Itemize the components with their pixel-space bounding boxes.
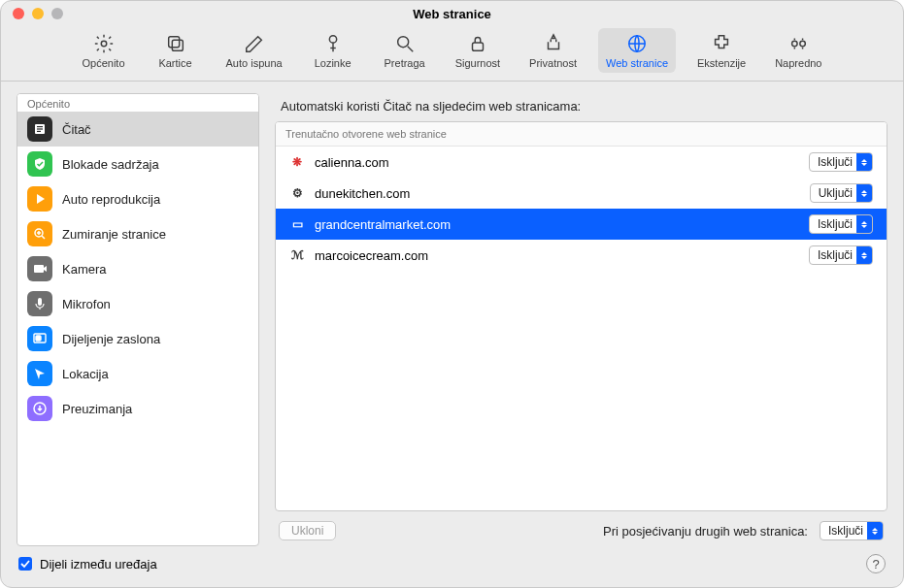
general-icon	[92, 32, 116, 55]
svg-point-0	[101, 41, 107, 47]
passwords-icon	[321, 32, 345, 55]
svg-rect-11	[37, 128, 43, 129]
svg-rect-10	[37, 126, 43, 127]
svg-rect-12	[37, 131, 41, 132]
site-label: dunekitchen.com	[315, 186, 800, 201]
site-value: Isključi	[818, 248, 853, 262]
toolbar-tab-websites[interactable]: Web stranice	[598, 28, 676, 73]
other-sites-popup[interactable]: Isključi	[820, 521, 884, 540]
toolbar-tab-label: Sigurnost	[455, 57, 500, 69]
sidebar-item-8[interactable]: Preuzimanja	[17, 391, 258, 426]
svg-point-7	[792, 41, 798, 47]
toolbar-tab-label: Auto ispuna	[226, 57, 283, 69]
toolbar-tab-label: Općenito	[82, 57, 124, 69]
privacy-icon	[542, 32, 565, 55]
sidebar-item-4[interactable]: Kamera	[17, 251, 258, 286]
preferences-window: Web stranice OpćenitoKarticeAuto ispunaL…	[0, 0, 904, 588]
toolbar-tab-label: Web stranice	[606, 57, 668, 69]
main-panel: Automatski koristi Čitač na sljedećim we…	[275, 93, 887, 546]
websites-icon	[625, 32, 649, 55]
tabs-icon	[164, 32, 187, 55]
preferences-toolbar: OpćenitoKarticeAuto ispunaLozinkePretrag…	[1, 26, 903, 82]
sidebar-heading: Općenito	[17, 94, 258, 112]
other-sites-value: Isključi	[828, 524, 863, 538]
svg-point-8	[800, 41, 806, 47]
svg-point-4	[397, 37, 408, 48]
sidebar-item-icon	[27, 361, 52, 386]
sidebar-item-7[interactable]: Lokacija	[17, 356, 258, 391]
toolbar-tab-search[interactable]: Pretraga	[376, 28, 434, 73]
other-sites-label: Pri posjećivanju drugih web stranica:	[603, 524, 808, 539]
site-value-popup[interactable]: Isključi	[809, 214, 873, 234]
sidebar-item-label: Mikrofon	[62, 297, 111, 311]
sidebar-item-label: Preuzimanja	[62, 402, 132, 416]
chevron-updown-icon	[867, 522, 883, 539]
sidebar-item-3[interactable]: Zumiranje stranice	[17, 216, 258, 251]
chevron-updown-icon	[856, 246, 872, 264]
share-checkbox-label: Dijeli između uređaja	[40, 557, 157, 572]
site-value-popup[interactable]: Isključi	[809, 245, 873, 265]
sidebar-item-label: Lokacija	[62, 367, 109, 381]
remove-button[interactable]: Ukloni	[279, 521, 336, 540]
share-checkbox[interactable]: Dijeli između uređaja	[18, 557, 157, 572]
toolbar-tab-tabs[interactable]: Kartice	[147, 28, 205, 73]
search-icon	[393, 32, 417, 55]
security-icon	[466, 32, 489, 55]
sidebar-item-1[interactable]: Blokade sadržaja	[17, 147, 258, 181]
sidebar: Općenito ČitačBlokade sadržajaAuto repro…	[17, 93, 259, 546]
sites-list: Trenutačno otvorene web stranice ❋ calie…	[275, 121, 887, 511]
svg-point-3	[329, 36, 336, 43]
toolbar-tab-security[interactable]: Sigurnost	[448, 28, 508, 73]
site-value: Uključi	[819, 186, 853, 200]
sidebar-item-label: Auto reprodukcija	[62, 192, 160, 207]
site-row[interactable]: ⚙ dunekitchen.com Uključi	[276, 178, 887, 209]
site-label: grandcentralmarket.com	[315, 217, 799, 232]
toolbar-tab-advanced[interactable]: Napredno	[767, 28, 829, 73]
svg-rect-2	[172, 40, 183, 50]
toolbar-tab-extensions[interactable]: Ekstenzije	[689, 28, 753, 73]
site-value: Isključi	[818, 155, 853, 169]
window-title: Web stranice	[1, 7, 903, 21]
toolbar-tab-label: Pretraga	[385, 57, 425, 69]
sidebar-item-icon	[27, 151, 52, 177]
checkbox-checked-icon	[18, 557, 32, 571]
svg-rect-18	[36, 336, 41, 341]
sidebar-item-5[interactable]: Mikrofon	[17, 286, 258, 321]
site-value-popup[interactable]: Isključi	[809, 152, 873, 172]
sidebar-item-6[interactable]: Dijeljenje zaslona	[17, 321, 258, 356]
sidebar-item-icon	[27, 186, 52, 212]
content-area: Općenito ČitačBlokade sadržajaAuto repro…	[1, 82, 903, 546]
toolbar-tab-label: Privatnost	[529, 57, 577, 69]
sidebar-item-icon	[27, 256, 52, 281]
toolbar-tab-label: Napredno	[775, 57, 821, 69]
advanced-icon	[787, 32, 810, 55]
sidebar-item-icon	[27, 221, 52, 246]
site-row[interactable]: ▭ grandcentralmarket.com Isključi	[276, 209, 887, 240]
site-favicon-icon: ⚙	[289, 185, 305, 201]
site-favicon-icon: ▭	[289, 216, 305, 232]
sidebar-item-0[interactable]: Čitač	[17, 112, 258, 147]
site-value-popup[interactable]: Uključi	[810, 183, 873, 203]
chevron-updown-icon	[856, 215, 872, 233]
chevron-updown-icon	[856, 153, 872, 171]
site-row[interactable]: ℳ marcoicecream.com Isključi	[276, 240, 887, 271]
site-label: marcoicecream.com	[315, 248, 799, 263]
site-row[interactable]: ❋ calienna.com Isključi	[276, 147, 887, 178]
svg-rect-5	[472, 43, 483, 50]
toolbar-tab-label: Kartice	[158, 57, 191, 69]
sidebar-item-icon	[27, 116, 52, 142]
extensions-icon	[710, 32, 733, 55]
site-favicon-icon: ℳ	[289, 247, 305, 263]
sidebar-item-icon	[27, 396, 52, 421]
sites-subheading: Trenutačno otvorene web stranice	[276, 122, 887, 147]
toolbar-tab-autofill[interactable]: Auto ispuna	[218, 28, 290, 73]
main-heading: Automatski koristi Čitač na sljedećim we…	[275, 93, 887, 121]
site-value: Isključi	[818, 217, 853, 231]
toolbar-tab-general[interactable]: Općenito	[74, 28, 132, 73]
svg-rect-1	[168, 37, 179, 48]
sidebar-item-2[interactable]: Auto reprodukcija	[17, 181, 258, 216]
toolbar-tab-passwords[interactable]: Lozinke	[304, 28, 362, 73]
toolbar-tab-privacy[interactable]: Privatnost	[521, 28, 585, 73]
main-footer: Ukloni Pri posjećivanju drugih web stran…	[275, 511, 887, 546]
help-button[interactable]: ?	[866, 554, 886, 573]
